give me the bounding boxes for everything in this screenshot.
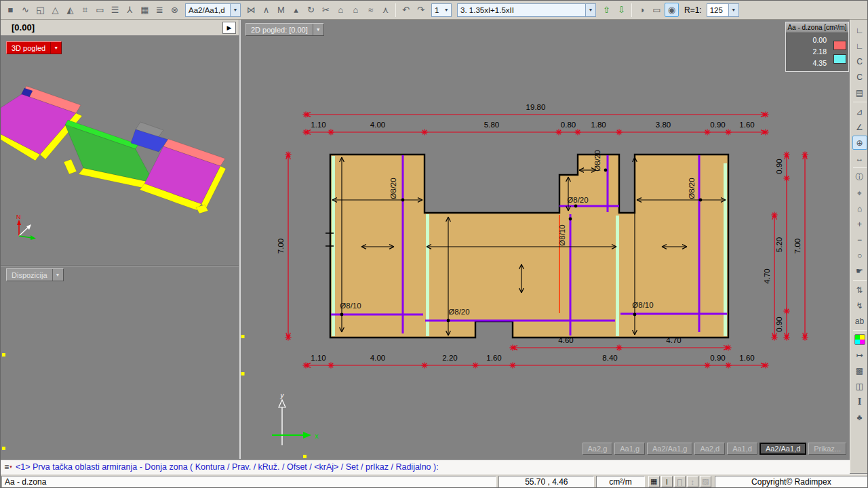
color-palette-icon[interactable] bbox=[854, 334, 865, 345]
chevron-down-icon[interactable]: ▼ bbox=[585, 4, 595, 16]
tab-aa2aa1d[interactable]: Aa2/Aa1,d bbox=[760, 443, 806, 455]
ortho-toggle[interactable]: ∏ bbox=[674, 476, 686, 487]
tab-aa2g[interactable]: Aa2,g bbox=[583, 443, 613, 455]
expand-panel-button[interactable]: ▶ bbox=[222, 22, 236, 34]
disposition-button[interactable]: Dispozicija ▼ bbox=[6, 268, 64, 281]
table-icon[interactable]: ▦ bbox=[138, 3, 152, 17]
roof-icon[interactable]: ⌂ bbox=[349, 3, 363, 17]
windmill-icon[interactable]: ⋈ bbox=[244, 3, 258, 17]
info-icon[interactable]: ⓘ bbox=[852, 170, 867, 184]
model-3d-view[interactable]: N bbox=[1, 36, 239, 459]
redo-icon[interactable]: ↷ bbox=[414, 3, 428, 17]
scissors-icon[interactable]: ✂ bbox=[319, 3, 333, 17]
chevron-down-icon[interactable]: ▼ bbox=[50, 42, 61, 54]
branch-icon[interactable]: ⅄ bbox=[123, 3, 137, 17]
scale-label: R=1: bbox=[684, 5, 702, 15]
dim-label: 4.70 bbox=[763, 268, 771, 283]
zone-combo[interactable]: Aa2/Aa1,d ▼ bbox=[185, 3, 241, 17]
ruler-icon[interactable]: ↔ bbox=[852, 151, 867, 165]
beam-table-icon[interactable]: ▤ bbox=[852, 85, 867, 100]
angle-icon[interactable]: ∠ bbox=[852, 120, 867, 134]
merge-icon[interactable]: M bbox=[274, 3, 288, 17]
extrude-up-icon[interactable]: ⌂ bbox=[334, 3, 348, 17]
tab-aa1g[interactable]: Aa1,g bbox=[614, 443, 645, 455]
slab-region-icon[interactable]: ◱ bbox=[33, 3, 47, 17]
chevrons-icon[interactable]: ⋏ bbox=[378, 3, 393, 17]
marquee-icon[interactable]: ▭ bbox=[650, 3, 664, 17]
contrast-icon[interactable]: ◑ bbox=[635, 3, 649, 17]
tab-aa1d[interactable]: Aa1,d bbox=[727, 443, 757, 455]
tab-prikaz[interactable]: Prikaz... bbox=[808, 443, 846, 455]
hatch-toggle[interactable]: ▨ bbox=[700, 476, 711, 487]
box-3d-icon[interactable]: ◫ bbox=[852, 379, 867, 393]
dim-style-icon[interactable]: ↦ bbox=[852, 348, 867, 362]
page-combo-value: 1 bbox=[432, 6, 441, 14]
layers-icon[interactable]: ☰ bbox=[108, 3, 122, 17]
shading-icon[interactable]: ▩ bbox=[852, 363, 867, 378]
zoom-out-icon[interactable]: − bbox=[852, 232, 867, 247]
tab-aa2aa1g[interactable]: Aa2/Aa1,g bbox=[647, 443, 692, 455]
chevron-down-icon[interactable]: ▼ bbox=[313, 24, 323, 35]
rotate-icon[interactable]: ↻ bbox=[304, 3, 318, 17]
chevron-down-icon[interactable]: ▼ bbox=[728, 4, 738, 16]
view-2d-button[interactable]: 2D pogled: [0.00] ▼ bbox=[245, 23, 324, 36]
page-combo[interactable]: 1 ▼ bbox=[431, 3, 452, 17]
tent-surface-icon[interactable]: △ bbox=[48, 3, 62, 17]
tab-aa2d[interactable]: Aa2,d bbox=[694, 443, 725, 455]
zoom-extents-icon[interactable]: ⌂ bbox=[852, 201, 867, 216]
command-prompt: <1> Prva tačka oblasti armiranja - Donja… bbox=[16, 462, 439, 472]
zoom-in-icon[interactable]: + bbox=[852, 217, 867, 231]
right-toolbar: ∟∟CC▤⊿∠⊕↔ⓘ⌖⌂+−○☛⇅↯ab↦▩◫I♣ bbox=[850, 20, 868, 473]
numbered-list-icon[interactable]: ≣ bbox=[153, 3, 167, 17]
model-3d-face bbox=[64, 159, 77, 174]
view-3d-button[interactable]: 3D pogled ▼ bbox=[6, 41, 62, 54]
beam-c-2-icon[interactable]: C bbox=[852, 70, 867, 84]
command-line-bar[interactable]: ≡▾ <1> Prva tačka oblasti armiranja - Do… bbox=[1, 460, 850, 474]
new-drawing-icon[interactable]: ■ bbox=[3, 3, 18, 17]
text-abc-icon[interactable]: ab bbox=[852, 314, 867, 328]
dim-corner-icon[interactable]: ⊿ bbox=[852, 104, 867, 119]
render-mode-icon[interactable]: ◉ bbox=[665, 3, 679, 17]
cable-net-icon[interactable]: ∿ bbox=[18, 3, 33, 17]
chevron-down-icon[interactable]: ▼ bbox=[230, 4, 240, 16]
scale-combo[interactable]: 125 ▼ bbox=[707, 3, 739, 17]
chevron-down-icon[interactable]: ▼ bbox=[441, 4, 451, 16]
close-circle-icon[interactable]: ⊗ bbox=[167, 3, 182, 17]
waves-icon[interactable]: ≈ bbox=[363, 3, 378, 17]
dim-label: 0.90 bbox=[775, 317, 783, 331]
pan-hand-icon[interactable]: ☛ bbox=[852, 264, 867, 278]
dimension-pair-icon[interactable]: ⇅ bbox=[852, 283, 867, 297]
cursor-toggle[interactable]: ↕ bbox=[687, 476, 698, 487]
legend-title: Aa - d.zona [cm²/m] bbox=[786, 22, 848, 33]
command-history-icon[interactable]: ≡▾ bbox=[1, 462, 16, 472]
zoom-window-icon[interactable]: ○ bbox=[852, 248, 867, 262]
target-crosshair-icon[interactable]: ⊕ bbox=[852, 136, 867, 150]
tree-icon[interactable]: ♣ bbox=[852, 410, 867, 424]
dim-label: 1.10 bbox=[311, 354, 326, 362]
move-icon[interactable]: ⌖ bbox=[852, 186, 867, 200]
marked-triangle-icon[interactable]: ◭ bbox=[63, 3, 77, 17]
load-case-combo[interactable]: 3. 1.35xI+1.5xII ▼ bbox=[457, 3, 596, 17]
node-dot bbox=[574, 205, 578, 208]
export-icon[interactable]: ⇩ bbox=[614, 3, 629, 17]
lower-level-icon[interactable]: ▴ bbox=[289, 3, 303, 17]
axes-toggle[interactable]: I bbox=[661, 476, 673, 487]
grid-toggle[interactable]: ▦ bbox=[648, 476, 660, 487]
zigzag-icon[interactable]: ↯ bbox=[852, 298, 867, 312]
edge-zone-strip bbox=[426, 214, 429, 336]
beam-c-1-icon[interactable]: C bbox=[852, 54, 867, 68]
load-case-combo-value: 3. 1.35xI+1.5xII bbox=[458, 6, 585, 14]
undo-icon[interactable]: ↶ bbox=[399, 3, 413, 17]
mesh-grid-icon[interactable]: ⌗ bbox=[78, 3, 92, 17]
chevron-down-icon[interactable]: ▼ bbox=[52, 269, 63, 281]
section-ibeam-icon[interactable]: I bbox=[852, 394, 867, 409]
node-dot bbox=[447, 319, 450, 323]
raise-level-icon[interactable]: ∧ bbox=[259, 3, 273, 17]
ucs-x-label: x bbox=[315, 432, 319, 440]
dashed-region-icon[interactable]: ▭ bbox=[93, 3, 107, 17]
beam-corner-2-icon[interactable]: ∟ bbox=[852, 39, 867, 53]
import-icon[interactable]: ⇧ bbox=[599, 3, 614, 17]
rebar-label: Ø8/20 bbox=[688, 178, 696, 199]
main-2d-view[interactable]: Ø8/20Ø8/20Ø8/20Ø8/10Ø8/20Ø8/10Ø8/20Ø8/10… bbox=[239, 20, 850, 459]
beam-corner-1-icon[interactable]: ∟ bbox=[852, 23, 867, 37]
